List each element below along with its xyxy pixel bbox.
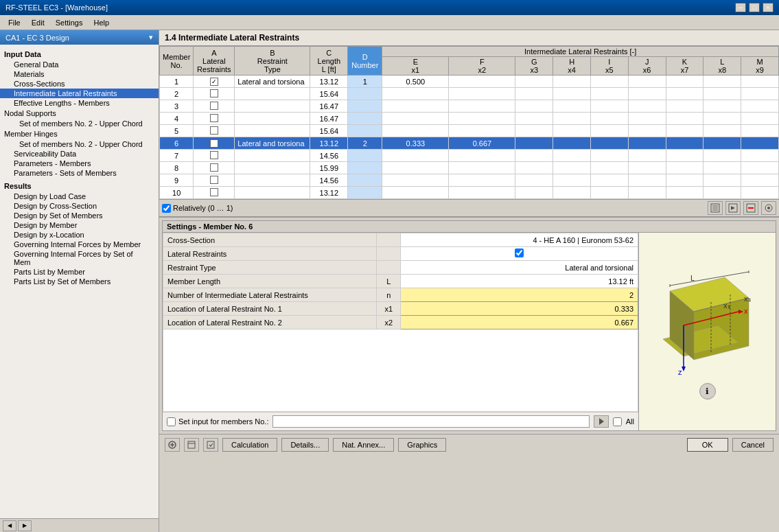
- lateral-restraint-checkbox[interactable]: [210, 139, 218, 148]
- sidebar-item-parameters-sets[interactable]: Parameters - Sets of Members: [0, 168, 159, 178]
- toolbar-btn-export3[interactable]: [743, 201, 758, 215]
- sidebar-item-parts-list-member[interactable]: Parts List by Member: [0, 267, 159, 277]
- cell-checkbox[interactable]: [194, 187, 235, 199]
- cell-x4: [553, 113, 591, 125]
- sidebar-item-set-members-2a[interactable]: Set of members No. 2 - Upper Chord: [0, 119, 159, 128]
- cell-checkbox[interactable]: [194, 137, 235, 150]
- lateral-restraint-checkbox[interactable]: [210, 151, 218, 159]
- sidebar-back-btn[interactable]: ◀: [3, 520, 16, 531]
- cell-number[interactable]: 1: [348, 76, 382, 88]
- cell-x8: [704, 125, 741, 137]
- lateral-restraint-checkbox[interactable]: [210, 89, 218, 97]
- set-input-checkbox-label[interactable]: Set input for members No.:: [167, 417, 268, 426]
- cell-number[interactable]: [348, 162, 382, 174]
- cell-number[interactable]: [348, 100, 382, 113]
- sidebar-fwd-btn[interactable]: ▶: [18, 520, 32, 531]
- relatively-checkbox-label[interactable]: Relatively (0 … 1): [162, 204, 233, 213]
- sidebar-item-gov-forces-set[interactable]: Governing Internal Forces by Set of Mem: [0, 249, 159, 267]
- menu-edit[interactable]: Edit: [26, 15, 50, 30]
- sidebar-item-design-x-location[interactable]: Design by x-Location: [0, 230, 159, 240]
- lateral-restraint-checkbox[interactable]: [210, 163, 218, 172]
- cell-checkbox[interactable]: [194, 100, 235, 113]
- settings-checkbox[interactable]: [515, 248, 524, 257]
- cell-number[interactable]: [348, 113, 382, 125]
- sidebar-item-design-cross-section[interactable]: Design by Cross-Section: [0, 201, 159, 211]
- cell-checkbox[interactable]: [194, 76, 235, 88]
- details-button[interactable]: Details...: [281, 438, 329, 452]
- table-row[interactable]: 1Lateral and torsiona13.1210.500: [160, 76, 779, 88]
- cell-checkbox[interactable]: [194, 125, 235, 137]
- cell-x1: [382, 174, 449, 187]
- toolbar-btn-export2[interactable]: [725, 201, 741, 215]
- cell-x1: [382, 125, 449, 137]
- cell-checkbox[interactable]: [194, 113, 235, 125]
- graphics-button[interactable]: Graphics: [398, 438, 446, 452]
- maximize-button[interactable]: □: [749, 3, 760, 12]
- lateral-restraint-checkbox[interactable]: [210, 126, 218, 135]
- set-input-action-btn[interactable]: [594, 415, 609, 428]
- sidebar-item-materials[interactable]: Materials: [0, 69, 159, 79]
- nat-annex-button[interactable]: Nat. Annex...: [333, 438, 394, 452]
- settings-value[interactable]: 0.667: [400, 316, 638, 329]
- lateral-restraint-checkbox[interactable]: [210, 102, 218, 110]
- table-row[interactable]: 815.99: [160, 162, 779, 174]
- cell-number[interactable]: [348, 174, 382, 187]
- sidebar-item-design-set-members[interactable]: Design by Set of Members: [0, 211, 159, 220]
- settings-value[interactable]: 0.333: [400, 302, 638, 316]
- sidebar-item-intermediate-lateral[interactable]: Intermediate Lateral Restraints: [0, 89, 159, 98]
- lateral-restraint-checkbox[interactable]: [210, 188, 218, 196]
- toolbar-btn-view[interactable]: [761, 201, 776, 215]
- cell-checkbox[interactable]: [194, 88, 235, 100]
- cell-checkbox[interactable]: [194, 150, 235, 162]
- settings-value[interactable]: [400, 247, 638, 261]
- set-input-field[interactable]: [272, 415, 589, 428]
- table-row[interactable]: 416.47: [160, 113, 779, 125]
- menu-help[interactable]: Help: [88, 15, 115, 30]
- lateral-restraint-checkbox[interactable]: [210, 78, 218, 86]
- sidebar-item-gov-forces-member[interactable]: Governing Internal Forces by Member: [0, 240, 159, 249]
- sidebar-item-parameters-members[interactable]: Parameters - Members: [0, 159, 159, 168]
- table-row[interactable]: 215.64: [160, 88, 779, 100]
- cell-number[interactable]: [348, 187, 382, 199]
- cell-checkbox[interactable]: [194, 174, 235, 187]
- cell-checkbox[interactable]: [194, 162, 235, 174]
- sidebar-dropdown-icon[interactable]: ▾: [149, 33, 153, 42]
- set-input-checkbox[interactable]: [167, 417, 176, 426]
- bottom-toolbar-btn3[interactable]: [203, 438, 218, 452]
- lateral-restraint-checkbox[interactable]: [210, 114, 218, 122]
- table-row[interactable]: 316.47: [160, 100, 779, 113]
- cell-number[interactable]: 2: [348, 137, 382, 150]
- table-container[interactable]: MemberNo. ALateralRestraints BRestraintT…: [159, 46, 779, 200]
- relatively-checkbox[interactable]: [162, 204, 171, 213]
- close-button[interactable]: ×: [763, 3, 774, 12]
- sidebar-item-serviceability[interactable]: Serviceability Data: [0, 149, 159, 159]
- lateral-restraint-checkbox[interactable]: [210, 176, 218, 184]
- info-button[interactable]: ℹ: [699, 383, 716, 400]
- bottom-toolbar-btn1[interactable]: [165, 438, 180, 452]
- sidebar-item-parts-list-set[interactable]: Parts List by Set of Members: [0, 277, 159, 286]
- minimize-button[interactable]: ─: [735, 3, 746, 12]
- cancel-button[interactable]: Cancel: [732, 438, 774, 452]
- settings-value[interactable]: 2: [400, 288, 638, 302]
- cell-number[interactable]: [348, 125, 382, 137]
- cell-number[interactable]: [348, 150, 382, 162]
- table-row[interactable]: 6Lateral and torsiona13.1220.3330.667: [160, 137, 779, 150]
- table-row[interactable]: 714.56: [160, 150, 779, 162]
- toolbar-btn-export1[interactable]: [708, 201, 723, 215]
- bottom-toolbar-btn2[interactable]: [184, 438, 199, 452]
- sidebar-item-set-members-2b[interactable]: Set of members No. 2 - Upper Chord: [0, 139, 159, 149]
- menu-file[interactable]: File: [3, 15, 26, 30]
- table-row[interactable]: 914.56: [160, 174, 779, 187]
- sidebar-item-general-data[interactable]: General Data: [0, 60, 159, 69]
- sidebar-item-cross-sections[interactable]: Cross-Sections: [0, 79, 159, 89]
- table-row[interactable]: 1013.12: [160, 187, 779, 199]
- table-row[interactable]: 515.64: [160, 125, 779, 137]
- sidebar-item-design-loadcase[interactable]: Design by Load Case: [0, 192, 159, 201]
- calculation-button[interactable]: Calculation: [222, 438, 277, 452]
- ok-button[interactable]: OK: [687, 438, 728, 452]
- menu-settings[interactable]: Settings: [50, 15, 89, 30]
- sidebar-item-design-member[interactable]: Design by Member: [0, 220, 159, 230]
- sidebar-item-effective-lengths[interactable]: Effective Lengths - Members: [0, 98, 159, 108]
- cell-number[interactable]: [348, 88, 382, 100]
- all-checkbox[interactable]: [613, 417, 622, 426]
